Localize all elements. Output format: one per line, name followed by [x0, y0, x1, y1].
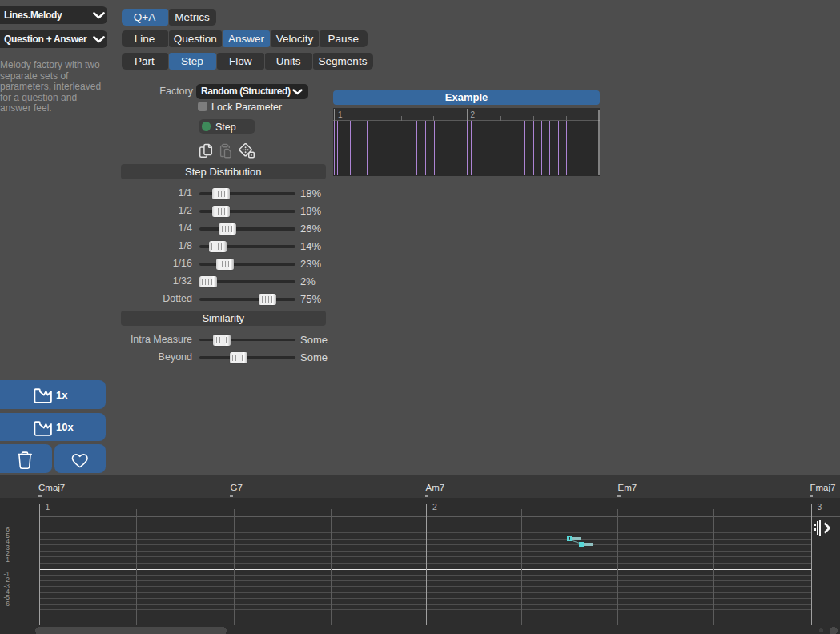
- svg-text:G7: G7: [231, 483, 243, 492]
- svg-text:Am7: Am7: [426, 483, 445, 492]
- svg-text:3: 3: [818, 502, 822, 512]
- svg-text:Em7: Em7: [618, 483, 637, 492]
- svg-text:1: 1: [338, 110, 343, 119]
- svg-text:2: 2: [471, 110, 476, 119]
- svg-text:1: 1: [6, 556, 10, 564]
- svg-text:1: 1: [46, 502, 50, 512]
- svg-text:2: 2: [432, 502, 437, 512]
- svg-text:Fmaj7: Fmaj7: [810, 483, 836, 492]
- svg-text:-6: -6: [3, 600, 10, 608]
- svg-text:Cmaj7: Cmaj7: [38, 483, 65, 492]
